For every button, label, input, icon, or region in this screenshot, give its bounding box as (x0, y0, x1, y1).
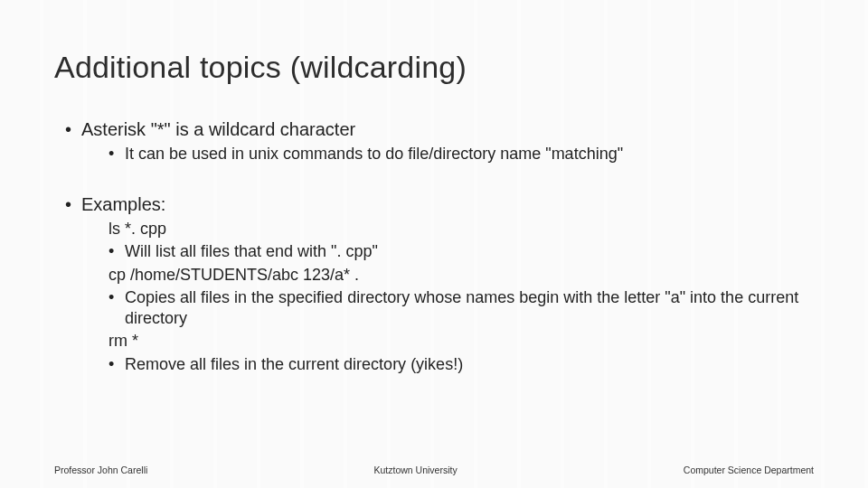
example-ls-desc: Will list all files that end with ". cpp… (125, 241, 814, 262)
slide-footer: Professor John Carelli Kutztown Universi… (0, 465, 868, 475)
bullet-asterisk: Asterisk "*" is a wildcard character (81, 119, 814, 140)
example-ls: ls *. cpp (108, 219, 814, 239)
bullet-asterisk-desc: It can be used in unix commands to do fi… (125, 144, 814, 164)
footer-author: Professor John Carelli (54, 465, 147, 475)
footer-university: Kutztown University (373, 465, 457, 475)
example-rm-desc: Remove all files in the current director… (125, 354, 814, 375)
slide-title: Additional topics (wildcarding) (54, 50, 814, 85)
bullet-examples: Examples: (81, 194, 814, 215)
footer-department: Computer Science Department (684, 465, 814, 475)
example-rm: rm * (108, 331, 814, 352)
example-cp-desc: Copies all files in the specified direct… (125, 287, 814, 328)
example-cp: cp /home/STUDENTS/abc 123/a* . (108, 265, 814, 286)
